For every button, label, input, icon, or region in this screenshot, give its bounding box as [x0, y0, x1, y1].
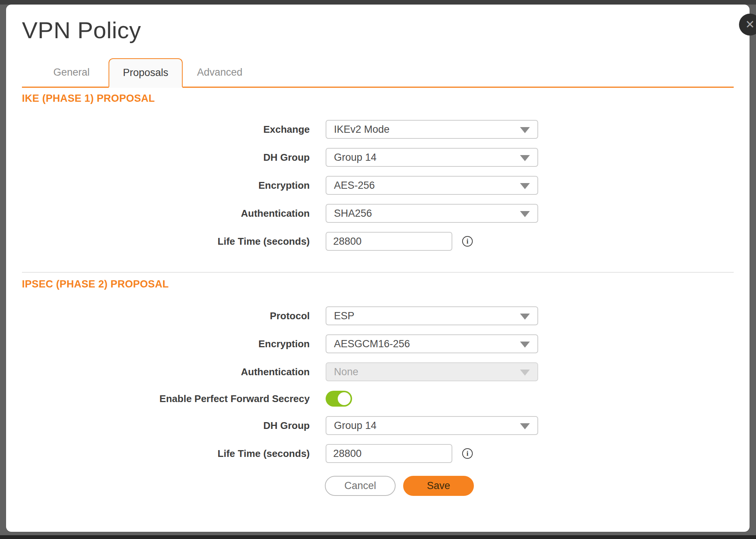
ipsec-authentication-select: None	[326, 362, 538, 381]
chevron-down-icon	[520, 423, 530, 429]
lifetime-label: Life Time (seconds)	[22, 236, 310, 247]
ipsec-authentication-row: Authentication None	[22, 362, 734, 381]
cancel-button[interactable]: Cancel	[325, 476, 396, 496]
toggle-knob	[338, 392, 351, 405]
authentication-label: Authentication	[22, 208, 310, 219]
vpn-policy-dialog: VPN Policy General Proposals Advanced IK…	[6, 5, 750, 532]
section-heading-ipsec-phase2: IPSEC (PHASE 2) PROPOSAL	[22, 279, 734, 289]
ipsec-lifetime-row: Life Time (seconds) i	[22, 444, 734, 463]
window-bottom-edge	[0, 535, 756, 539]
ipsec-encryption-select-value: AESGCM16-256	[334, 338, 410, 350]
authentication-row: Authentication SHA256	[22, 204, 734, 223]
encryption-select-value: AES-256	[334, 180, 375, 191]
dialog-footer: Cancel Save	[22, 476, 734, 496]
authentication-select[interactable]: SHA256	[326, 204, 538, 223]
protocol-label: Protocol	[22, 310, 310, 322]
exchange-label: Exchange	[22, 124, 310, 135]
close-icon: ✕	[745, 18, 754, 31]
exchange-select-value: IKEv2 Mode	[334, 124, 390, 135]
exchange-select[interactable]: IKEv2 Mode	[326, 120, 538, 139]
tab-proposals[interactable]: Proposals	[109, 58, 183, 88]
lifetime-row: Life Time (seconds) i	[22, 232, 734, 251]
dh-group-select-value: Group 14	[334, 152, 377, 163]
ipsec-lifetime-label: Life Time (seconds)	[22, 448, 310, 460]
chevron-down-icon	[520, 211, 530, 217]
chevron-down-icon	[520, 370, 530, 376]
pfs-row: Enable Perfect Forward Secrecy	[22, 390, 734, 407]
ipsec-encryption-label: Encryption	[22, 338, 310, 350]
tab-bar: General Proposals Advanced	[22, 58, 734, 88]
pfs-toggle[interactable]	[326, 391, 352, 407]
exchange-row: Exchange IKEv2 Mode	[22, 120, 734, 139]
chevron-down-icon	[520, 155, 530, 161]
dh-group-row: DH Group Group 14	[22, 148, 734, 167]
ipsec-authentication-label: Authentication	[22, 366, 310, 378]
ipsec-dh-group-row: DH Group Group 14	[22, 416, 734, 435]
ipsec-dh-group-select-value: Group 14	[334, 420, 377, 432]
chevron-down-icon	[520, 183, 530, 189]
ipsec-encryption-row: Encryption AESGCM16-256	[22, 334, 734, 353]
section-divider	[22, 272, 734, 273]
protocol-select[interactable]: ESP	[326, 306, 538, 325]
ipsec-dh-group-select[interactable]: Group 14	[326, 416, 538, 435]
chevron-down-icon	[520, 342, 530, 348]
tab-advanced[interactable]: Advanced	[183, 58, 257, 87]
protocol-row: Protocol ESP	[22, 306, 734, 325]
chevron-down-icon	[520, 314, 530, 320]
encryption-row: Encryption AES-256	[22, 176, 734, 195]
ipsec-authentication-select-value: None	[334, 366, 359, 378]
ipsec-dh-group-label: DH Group	[22, 420, 310, 432]
dh-group-select[interactable]: Group 14	[326, 148, 538, 167]
info-icon[interactable]: i	[462, 236, 473, 247]
pfs-label: Enable Perfect Forward Secrecy	[22, 393, 310, 405]
section-heading-ike-phase1: IKE (PHASE 1) PROPOSAL	[22, 93, 734, 104]
window-top-edge	[0, 0, 756, 5]
lifetime-input[interactable]	[326, 232, 452, 251]
dh-group-label: DH Group	[22, 152, 310, 163]
info-icon[interactable]: i	[462, 448, 473, 459]
page-title: VPN Policy	[22, 17, 734, 43]
ipsec-lifetime-input[interactable]	[326, 444, 452, 463]
protocol-select-value: ESP	[334, 310, 354, 322]
encryption-select[interactable]: AES-256	[326, 176, 538, 195]
save-button[interactable]: Save	[403, 476, 474, 496]
tab-general[interactable]: General	[34, 58, 109, 87]
encryption-label: Encryption	[22, 180, 310, 191]
chevron-down-icon	[520, 127, 530, 133]
ipsec-encryption-select[interactable]: AESGCM16-256	[326, 334, 538, 353]
authentication-select-value: SHA256	[334, 208, 372, 219]
